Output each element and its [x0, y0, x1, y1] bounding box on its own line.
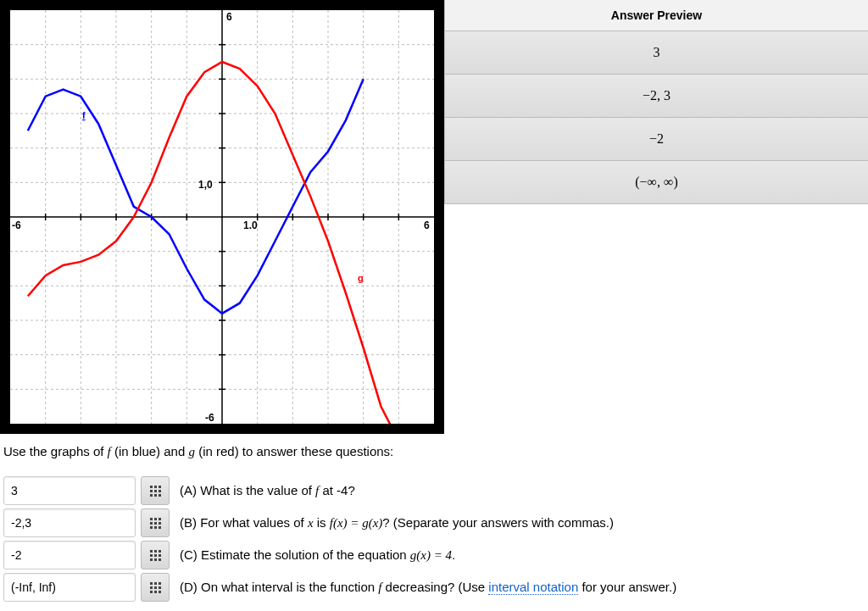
chart-svg: 6 -6 -6 6 1.0 1,0 f g: [10, 10, 434, 424]
preview-row: −2: [445, 118, 868, 161]
preview-row: −2, 3: [445, 75, 868, 118]
question-text-d: (D) On what interval is the function f d…: [175, 580, 676, 595]
equation-editor-button[interactable]: [141, 508, 170, 537]
axis-x-unit: 1.0: [243, 219, 258, 231]
graph-frame: 6 -6 -6 6 1.0 1,0 f g: [0, 0, 444, 434]
f-label: f: [82, 110, 86, 120]
question-row-a: (A) What is the value of f at -4?: [0, 475, 868, 507]
answer-preview-panel: Answer Preview 3 −2, 3 −2 (−∞, ∞): [444, 0, 868, 204]
answer-input-b[interactable]: [3, 508, 136, 537]
question-row-c: (C) Estimate the solution of the equatio…: [0, 539, 868, 571]
equation-editor-button[interactable]: [141, 573, 170, 602]
answer-input-d[interactable]: [3, 573, 136, 602]
interval-notation-link[interactable]: interval notation: [488, 580, 578, 595]
g-label: g: [358, 273, 364, 283]
graph-plot: 6 -6 -6 6 1.0 1,0 f g: [10, 10, 434, 424]
equation-editor-button[interactable]: [141, 541, 170, 569]
curve-f: [28, 79, 364, 314]
axis-x-max: 6: [424, 219, 430, 231]
axis-y-unit: 1,0: [198, 179, 213, 191]
question-row-d: (D) On what interval is the function f d…: [0, 571, 868, 603]
axis-y-min: -6: [205, 412, 214, 424]
axis-x-min: -6: [12, 219, 21, 231]
question-text-b: (B) For what values of x is f(x) = g(x)?…: [175, 515, 614, 530]
axis-y-max: 6: [226, 11, 232, 23]
preview-header: Answer Preview: [445, 0, 868, 31]
equation-editor-button[interactable]: [141, 476, 170, 505]
question-grid: (A) What is the value of f at -4? (B) Fo…: [0, 475, 868, 603]
answer-input-c[interactable]: [3, 541, 136, 569]
question-text-c: (C) Estimate the solution of the equatio…: [175, 547, 455, 563]
question-row-b: (B) For what values of x is f(x) = g(x)?…: [0, 507, 868, 539]
answer-input-a[interactable]: [3, 476, 136, 505]
preview-row: (−∞, ∞): [445, 161, 868, 204]
preview-row: 3: [445, 31, 868, 75]
instruction-text: Use the graphs of f (in blue) and g (in …: [0, 441, 868, 468]
question-text-a: (A) What is the value of f at -4?: [175, 483, 355, 498]
